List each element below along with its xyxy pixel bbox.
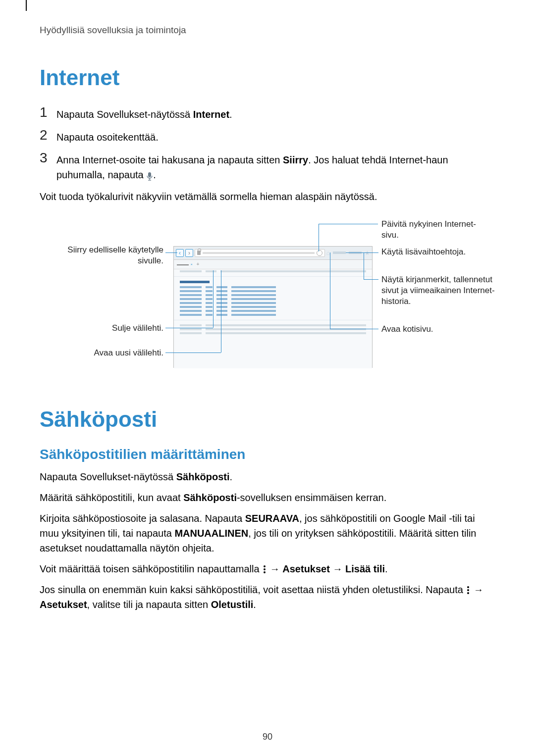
callout-home: Avaa kotisivu. — [381, 324, 490, 335]
address-text — [203, 252, 315, 254]
tab-strip: ▬▬▬▬× + — [174, 260, 372, 269]
callout-previous-page: Siirry edelliselle käytetylle sivulle. — [40, 245, 163, 266]
text-bold: Sähköposti — [183, 492, 237, 503]
step-number: 1 — [40, 105, 56, 120]
text-fragment: Kirjoita sähköpostiosoite ja salasana. N… — [40, 513, 245, 524]
toolbar-text-icon[interactable] — [333, 252, 346, 254]
forward-button[interactable] — [185, 249, 193, 257]
plus-icon: + — [197, 261, 200, 267]
step-text: Napauta Sovellukset-näytössä Internet. — [56, 105, 232, 122]
text-bold: Asetukset — [282, 563, 330, 574]
callout-line — [330, 329, 378, 329]
callout-line — [213, 270, 214, 328]
step-2: 2 Napauta osoitekenttää. — [40, 128, 495, 145]
section-title-email: Sähköposti — [40, 407, 495, 432]
page-body — [174, 269, 372, 368]
text-bold: Sähköposti — [176, 471, 230, 482]
bookmarks-icon[interactable]: ★ — [365, 250, 370, 256]
page-number: 90 — [0, 732, 535, 742]
paragraph: Napauta Sovellukset-näytössä Sähköposti. — [40, 469, 495, 484]
text-fragment: Napauta Sovellukset-näytössä — [56, 109, 193, 120]
text-fragment: . — [253, 599, 256, 610]
paragraph: Kirjoita sähköpostiosoite ja salasana. N… — [40, 511, 495, 555]
text-fragment: Voit määrittää toisen sähköpostitilin na… — [40, 563, 262, 574]
back-button[interactable] — [176, 249, 184, 257]
svg-rect-0 — [148, 172, 151, 177]
browser-screenshot: ⌂ ★ ▬▬▬▬× + — [173, 246, 373, 368]
browser-tab[interactable]: ▬▬▬▬× — [177, 263, 193, 266]
callout-line — [319, 224, 378, 224]
callout-line — [165, 353, 221, 353]
callout-new-tab: Avaa uusi välilehti. — [40, 348, 163, 358]
reload-icon[interactable] — [317, 250, 322, 256]
callout-refresh: Päivitä nykyinen Internet-sivu. — [381, 219, 490, 241]
paragraph: Voit tuoda työkalurivit näkyviin vetämäl… — [40, 189, 495, 204]
text-bold: SEURAAVA — [245, 513, 299, 524]
arrow: → — [330, 563, 345, 574]
running-header: Hyödyllisiä sovelluksia ja toimintoja — [40, 25, 495, 36]
steps-list: 1 Napauta Sovellukset-näytössä Internet.… — [40, 105, 495, 183]
browser-toolbar: ⌂ ★ — [174, 247, 372, 260]
step-number: 2 — [40, 128, 56, 143]
step-3: 3 Anna Internet-osoite tai hakusana ja n… — [40, 151, 495, 183]
address-bar[interactable] — [195, 249, 325, 257]
text-fragment: . — [229, 109, 232, 120]
subheading-email-setup: Sähköpostitilien määrittäminen — [40, 447, 495, 462]
callout-line — [372, 252, 378, 253]
close-tab-icon[interactable]: × — [191, 263, 193, 266]
browser-figure: ⌂ ★ ▬▬▬▬× + — [40, 219, 495, 387]
step-text: Anna Internet-osoite tai hakusana ja nap… — [56, 151, 495, 183]
text-fragment: . — [385, 563, 388, 574]
callout-line — [319, 224, 319, 252]
text-bold: Lisää tili — [345, 563, 385, 574]
callout-close-tab: Sulje välilehti. — [40, 323, 163, 334]
callout-line — [330, 252, 330, 329]
callout-bookmarks: Näytä kirjanmerkit, tallennetut sivut ja… — [381, 274, 495, 307]
text-bold: MANUAALINEN — [174, 528, 248, 539]
page-corner-tick — [26, 0, 27, 11]
callout-line — [346, 252, 372, 253]
text-bold: Asetukset — [40, 599, 87, 610]
callout-line — [165, 252, 177, 253]
text-fragment: -sovelluksen ensimmäisen kerran. — [237, 492, 386, 503]
step-number: 3 — [40, 151, 56, 166]
arrow: → — [471, 584, 483, 595]
new-tab-button[interactable]: + — [197, 261, 200, 267]
callout-line — [364, 252, 364, 279]
text-fragment: . — [230, 471, 233, 482]
callout-more-options: Käytä lisävaihtoehtoja. — [381, 247, 490, 257]
more-options-icon — [466, 585, 471, 595]
paragraph: Jos sinulla on enemmän kuin kaksi sähköp… — [40, 582, 495, 612]
callout-line — [165, 328, 213, 328]
home-icon[interactable]: ⌂ — [326, 250, 330, 256]
callout-line — [221, 270, 221, 353]
text-fragment: Määritä sähköpostitili, kun avaat — [40, 492, 183, 503]
text-fragment: Jos sinulla on enemmän kuin kaksi sähköp… — [40, 584, 466, 595]
callout-line — [364, 279, 378, 280]
text-bold: Internet — [193, 109, 229, 120]
microphone-icon — [146, 168, 153, 183]
text-bold: Oletustili — [211, 599, 254, 610]
page-content: Hyödyllisiä sovelluksia ja toimintoja In… — [0, 0, 535, 612]
step-text: Napauta osoitekenttää. — [56, 128, 159, 145]
text-fragment: , valitse tili ja napauta sitten — [87, 599, 211, 610]
text-fragment: Anna Internet-osoite tai hakusana ja nap… — [56, 154, 283, 165]
section-title-internet: Internet — [40, 65, 495, 90]
arrow: → — [267, 563, 282, 574]
step-1: 1 Napauta Sovellukset-näytössä Internet. — [40, 105, 495, 122]
text-fragment: . — [153, 169, 156, 180]
lock-icon — [197, 251, 201, 255]
paragraph: Voit määrittää toisen sähköpostitilin na… — [40, 561, 495, 576]
more-options-icon — [262, 564, 267, 574]
text-bold: Siirry — [283, 154, 308, 165]
text-fragment: Napauta Sovellukset-näytössä — [40, 471, 176, 482]
paragraph: Määritä sähköpostitili, kun avaat Sähköp… — [40, 490, 495, 505]
